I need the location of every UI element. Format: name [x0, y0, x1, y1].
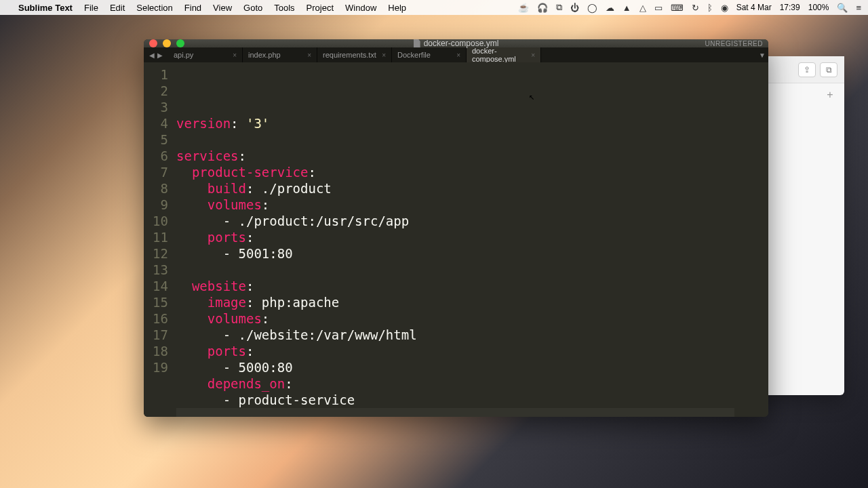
line-number-gutter: 12345678910111213141516171819	[144, 62, 176, 417]
spotlight-icon[interactable]: 🔍	[837, 3, 848, 13]
code-line[interactable]	[176, 408, 734, 417]
line-number: 6	[144, 148, 168, 164]
menu-file[interactable]: File	[84, 3, 98, 13]
tab-close-icon[interactable]: ×	[233, 52, 237, 59]
cloud-icon[interactable]: ☁	[606, 3, 614, 13]
display-icon[interactable]: ▭	[654, 3, 663, 13]
code-line[interactable]: build: ./product	[176, 180, 734, 197]
tab-label: Dockerfile	[397, 51, 431, 59]
sublime-window: docker-compose.yml UNREGISTERED ◀ ▶ api.…	[144, 39, 768, 417]
input-icon[interactable]: ⌨	[671, 3, 684, 13]
code-line[interactable]: product-service:	[176, 164, 734, 180]
notification-center-icon[interactable]: ≡	[856, 3, 861, 13]
code-line[interactable]: - 5000:80	[176, 359, 734, 375]
close-button[interactable]	[149, 39, 157, 47]
macos-menubar: Sublime Text File Edit Selection Find Vi…	[0, 0, 868, 15]
code-editor[interactable]: ↖ version: '3' services: product-service…	[176, 62, 734, 417]
tab-forward-icon[interactable]: ▶	[157, 52, 163, 59]
code-line[interactable]: ports:	[176, 229, 734, 245]
code-line[interactable]	[176, 131, 734, 148]
tab-label: docker-compose.yml	[472, 47, 531, 63]
code-line[interactable]: volumes:	[176, 197, 734, 213]
tabs-button[interactable]: ⧉	[820, 62, 837, 77]
code-line[interactable]: depends_on:	[176, 375, 734, 392]
line-number: 2	[144, 83, 168, 99]
line-number: 19	[144, 359, 168, 375]
menu-project[interactable]: Project	[307, 3, 334, 13]
code-line[interactable]: - ./website:/var/www/html	[176, 327, 734, 343]
line-number: 18	[144, 343, 168, 359]
tab-overflow-icon[interactable]: ▼	[756, 47, 768, 62]
code-line[interactable]: services:	[176, 148, 734, 164]
drive-icon[interactable]: △	[639, 3, 646, 13]
tab-api-py[interactable]: api.py×	[168, 47, 243, 62]
menu-edit[interactable]: Edit	[110, 3, 125, 13]
line-number: 9	[144, 197, 168, 213]
line-number: 15	[144, 294, 168, 310]
minimize-button[interactable]	[163, 39, 171, 47]
dropbox-icon[interactable]: ⧉	[556, 2, 562, 13]
line-number: 8	[144, 180, 168, 197]
sync-icon[interactable]: ◯	[587, 3, 597, 13]
tab-Dockerfile[interactable]: Dockerfile×	[392, 47, 467, 62]
menubar-right: ☕ 🎧 ⧉ ⏻ ◯ ☁ ▲ △ ▭ ⌨ ↻ ᛒ ◉ Sat 4 Mar 17:3…	[518, 2, 861, 13]
titlebar[interactable]: docker-compose.yml UNREGISTERED	[144, 39, 768, 47]
code-line[interactable]: - ./product:/usr/src/app	[176, 213, 734, 229]
code-line[interactable]: - 5001:80	[176, 245, 734, 262]
code-line[interactable]: - product-service	[176, 392, 734, 408]
menubar-battery[interactable]: 100%	[808, 3, 829, 12]
line-number: 11	[144, 229, 168, 245]
code-line[interactable]: website:	[176, 278, 734, 294]
menu-selection[interactable]: Selection	[136, 3, 172, 13]
headphones-icon[interactable]: 🎧	[537, 3, 548, 13]
coffee-icon[interactable]: ☕	[518, 3, 529, 13]
line-number: 7	[144, 164, 168, 180]
tab-index-php[interactable]: index.php×	[243, 47, 317, 62]
tab-label: api.py	[174, 51, 193, 59]
code-line[interactable]: version: '3'	[176, 115, 734, 131]
tab-bar: ◀ ▶ api.py×index.php×requirements.txt×Do…	[144, 47, 768, 62]
menu-goto[interactable]: Goto	[243, 3, 262, 13]
code-line[interactable]: ports:	[176, 343, 734, 359]
menu-tools[interactable]: Tools	[274, 3, 294, 13]
maximize-button[interactable]	[176, 39, 184, 47]
line-number: 5	[144, 131, 168, 148]
code-line[interactable]: volumes:	[176, 310, 734, 327]
bluetooth-icon[interactable]: ᛒ	[707, 3, 713, 13]
tab-history-nav: ◀ ▶	[144, 47, 168, 62]
tab-close-icon[interactable]: ×	[307, 52, 311, 59]
registration-status: UNREGISTERED	[705, 40, 763, 47]
tab-docker-compose-yml[interactable]: docker-compose.yml×	[467, 47, 541, 62]
share-button[interactable]: ⇪	[798, 62, 816, 77]
power-icon[interactable]: ⏻	[570, 3, 579, 13]
line-number: 17	[144, 327, 168, 343]
tab-close-icon[interactable]: ×	[531, 52, 535, 59]
new-tab-button[interactable]: +	[823, 87, 837, 102]
menu-window[interactable]: Window	[345, 3, 376, 13]
document-icon	[414, 39, 420, 47]
line-number: 4	[144, 115, 168, 131]
tab-label: index.php	[248, 51, 281, 59]
wifi-icon[interactable]: ◉	[721, 3, 728, 13]
menubar-date[interactable]: Sat 4 Mar	[736, 3, 772, 12]
tab-requirements-txt[interactable]: requirements.txt×	[317, 47, 392, 62]
tab-label: requirements.txt	[323, 51, 376, 59]
tab-close-icon[interactable]: ×	[456, 52, 460, 59]
tab-close-icon[interactable]: ×	[382, 52, 386, 59]
code-line[interactable]	[176, 262, 734, 278]
editor-area: 12345678910111213141516171819 ↖ version:…	[144, 62, 768, 417]
menu-find[interactable]: Find	[184, 3, 201, 13]
flame-icon[interactable]: ▲	[623, 3, 631, 13]
line-number: 10	[144, 213, 168, 229]
minimap[interactable]	[734, 62, 768, 417]
timemachine-icon[interactable]: ↻	[692, 3, 699, 13]
menubar-left: Sublime Text File Edit Selection Find Vi…	[7, 3, 406, 13]
menu-view[interactable]: View	[213, 3, 232, 13]
menubar-time[interactable]: 17:39	[780, 3, 800, 12]
menu-help[interactable]: Help	[388, 3, 406, 13]
menubar-app-name[interactable]: Sublime Text	[18, 3, 73, 13]
code-line[interactable]: image: php:apache	[176, 294, 734, 310]
tab-back-icon[interactable]: ◀	[149, 52, 155, 59]
line-number: 3	[144, 99, 168, 115]
window-title: docker-compose.yml	[424, 39, 499, 48]
